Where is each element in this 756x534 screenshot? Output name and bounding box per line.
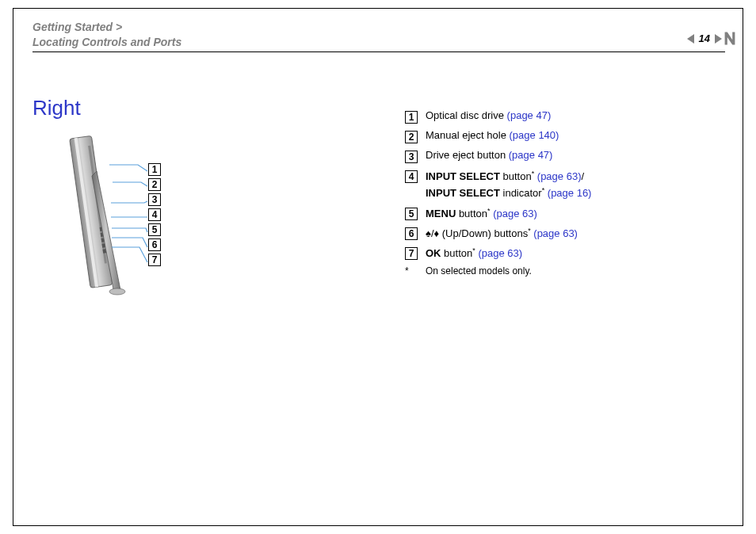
section-title: Right [32, 96, 81, 120]
page-number: 14 [699, 32, 710, 44]
legend-link-7[interactable]: (page 63) [478, 247, 522, 259]
legend-row-1: 1 Optical disc drive (page 47) [405, 110, 591, 124]
legend-text-3: Drive eject button [426, 149, 509, 161]
legend-text-2: Manual eject hole [426, 129, 510, 141]
legend-link-4b[interactable]: (page 16) [548, 188, 592, 200]
diagram-callouts: 1 2 3 4 5 6 7 [148, 163, 161, 269]
device-diagram [62, 132, 189, 306]
legend-after-4b: indicator [500, 188, 542, 200]
next-page-icon[interactable] [715, 34, 722, 44]
legend-sup-4a: * [532, 170, 535, 177]
header-rule [32, 51, 725, 52]
legend-sup-6: * [528, 227, 531, 235]
callout-2: 2 [148, 178, 161, 191]
legend-row-5: 5 MENU button* (page 63) [405, 207, 591, 220]
legend-row-6: 6 ♠/♦ (Up/Down) buttons* (page 63) [405, 227, 591, 240]
legend-link-1[interactable]: (page 47) [507, 109, 552, 121]
footnote-text: On selected models only. [426, 266, 532, 277]
legend-after-4a: button [500, 170, 532, 182]
breadcrumb: Getting Started > Locating Controls and … [32, 20, 181, 50]
legend-num-1: 1 [405, 111, 418, 124]
legend-text-1: Optical disc drive [426, 109, 507, 121]
legend-sup-7: * [472, 246, 475, 254]
footnote: * On selected models only. [405, 266, 591, 277]
legend-num-3: 3 [405, 151, 418, 163]
callout-5: 5 [148, 223, 161, 236]
legend-after-5: button [456, 208, 487, 219]
legend-num-5: 5 [405, 208, 418, 220]
legend-text-6: ♠/♦ (Up/Down) buttons [426, 227, 528, 239]
legend-slash-4: / [581, 170, 584, 182]
prev-page-icon[interactable] [687, 34, 694, 44]
callout-4: 4 [148, 208, 161, 221]
legend-link-6[interactable]: (page 63) [533, 227, 578, 239]
legend-bold-7: OK [426, 247, 441, 259]
legend-row-3: 3 Drive eject button (page 47) [405, 150, 591, 163]
legend-row-7: 7 OK button* (page 63) [405, 246, 591, 260]
brand-arrow-icon [724, 31, 736, 46]
legend-link-4a[interactable]: (page 63) [537, 170, 582, 182]
legend-after-7: button [441, 247, 473, 259]
legend-link-2[interactable]: (page 140) [510, 129, 559, 141]
legend-sup-4b: * [542, 186, 545, 194]
legend-link-5[interactable]: (page 63) [493, 208, 537, 219]
legend-num-7: 7 [405, 247, 418, 260]
breadcrumb-line1: Getting Started > [32, 21, 122, 33]
footnote-star: * [405, 266, 426, 277]
legend-num-6: 6 [405, 227, 418, 240]
callout-3: 3 [148, 193, 161, 206]
callout-7: 7 [148, 254, 161, 266]
page-frame: Getting Started > Locating Controls and … [13, 8, 743, 526]
legend-sup-5: * [487, 207, 491, 215]
legend-bold-5: MENU [426, 208, 456, 219]
legend-num-2: 2 [405, 131, 418, 143]
legend-row-4: 4 INPUT SELECT button* (page 63)/ INPUT … [405, 170, 591, 200]
legend-bold-4b: INPUT SELECT [426, 188, 500, 200]
callout-1: 1 [148, 163, 161, 176]
legend-bold-4a: INPUT SELECT [426, 170, 500, 182]
legend-link-3[interactable]: (page 47) [509, 149, 553, 161]
callout-6: 6 [148, 238, 161, 251]
legend: 1 Optical disc drive (page 47) 2 Manual … [405, 110, 591, 277]
legend-num-4: 4 [405, 170, 418, 183]
breadcrumb-line2: Locating Controls and Ports [32, 36, 181, 48]
page-number-nav: 14 [687, 32, 722, 44]
legend-row-2: 2 Manual eject hole (page 140) [405, 130, 591, 143]
svg-point-8 [109, 288, 125, 295]
